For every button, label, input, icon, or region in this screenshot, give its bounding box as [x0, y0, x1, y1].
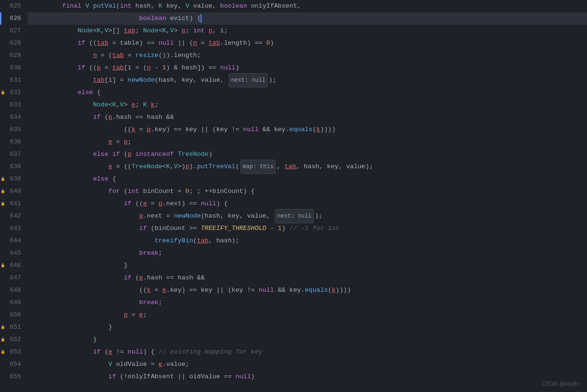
- var-k5: k: [332, 284, 336, 296]
- semi4: ;: [154, 99, 158, 111]
- kw-if6: if: [139, 222, 147, 235]
- lock-icon-641: 🔒: [0, 198, 5, 210]
- code-line-634[interactable]: if ( p .hash == hash &&: [28, 111, 587, 124]
- code-line-641[interactable]: if (( e = p .next) == null ) {: [28, 198, 587, 210]
- var-e2: e: [108, 136, 112, 148]
- sp: [89, 0, 93, 12]
- sp: [166, 12, 170, 25]
- code-line-649[interactable]: break ;: [28, 296, 587, 309]
- gutter: 625 626 627 628 629: [0, 0, 28, 392]
- code-line-655[interactable]: if (!onlyIfAbsent || oldValue == null ): [28, 371, 587, 383]
- code-line-652[interactable]: }: [28, 334, 587, 346]
- line-row: 645: [0, 247, 24, 259]
- code-line-646[interactable]: }: [28, 259, 587, 272]
- code-line-631[interactable]: tab [i] = newNode (hash, key, value, nex…: [28, 74, 587, 86]
- line-row: 🔒 653: [0, 346, 24, 358]
- line-row: 636: [0, 136, 24, 148]
- code-line-642[interactable]: p .next = newNode (hash, key, value, nex…: [28, 210, 587, 222]
- amp2: && key.: [259, 124, 289, 136]
- code-line-645[interactable]: break ;: [28, 247, 587, 259]
- type-K6: K: [166, 161, 170, 173]
- code-line-630[interactable]: if (( p = tab [i = ( n - 1 ) & hash]) ==…: [28, 62, 587, 74]
- dot-hash2: .hash == hash &&: [143, 272, 205, 284]
- cursor: [201, 14, 202, 23]
- line-row: 647: [0, 272, 24, 284]
- fn-newNode: newNode: [128, 74, 155, 86]
- paren-open4: ((: [132, 198, 143, 210]
- eq1: = table) ==: [108, 37, 158, 49]
- breakpoint-area-640[interactable]: 🔒: [0, 185, 6, 198]
- code-line-640[interactable]: for ( int binCount = 0 ; ; ++binCount) {: [28, 185, 587, 198]
- code-line-643[interactable]: if (binCount >= TREEIFY_THRESHOLD - 1 ) …: [28, 222, 587, 235]
- line-number-628: 628: [6, 37, 24, 49]
- code-line-654[interactable]: V oldValue = e .value;: [28, 358, 587, 371]
- line-number-633: 633: [6, 99, 24, 111]
- code-line-627[interactable]: Node < K , V >[] tab ; Node < K , V > p …: [28, 25, 587, 37]
- code-line-651[interactable]: }: [28, 321, 587, 334]
- line-row: 630: [0, 62, 24, 74]
- code-line-648[interactable]: (( k = e .key) == key || (key != null &&…: [28, 284, 587, 296]
- code-line-626[interactable]: boolean evict) {: [28, 12, 587, 25]
- num-1-2: 1: [278, 222, 282, 235]
- code-line-650[interactable]: p = e ;: [28, 309, 587, 321]
- breakpoint-area-653[interactable]: 🔒: [0, 346, 6, 358]
- code-line-629[interactable]: n = ( tab = resize ()).length;: [28, 49, 587, 62]
- eq6: =: [135, 124, 147, 136]
- code-line-639[interactable]: else {: [28, 173, 587, 185]
- code-line-628[interactable]: if (( tab = table) == null || ( n = tab …: [28, 37, 587, 49]
- kw-boolean: boolean: [220, 0, 247, 12]
- var-p7: p: [185, 161, 189, 173]
- var-n3: n: [93, 49, 97, 62]
- indent: [31, 0, 62, 12]
- paren-open7: ((: [139, 284, 147, 296]
- kw-null2: null: [220, 62, 235, 74]
- breakpoint-area-652[interactable]: 🔒: [0, 334, 6, 346]
- sp2: (: [120, 148, 127, 161]
- code-content[interactable]: final V putVal ( int hash, K key, V valu…: [28, 0, 587, 392]
- var-k: k: [151, 99, 154, 111]
- line-row: 🔒 640: [0, 185, 24, 198]
- semi6: ; ; ++binCount) {: [189, 185, 255, 198]
- sp: binCount =: [139, 185, 185, 198]
- code-line-633[interactable]: Node < K , V > e ; K k ;: [28, 99, 587, 111]
- sp4: [174, 148, 178, 161]
- lock-icon-640: 🔒: [0, 185, 5, 198]
- type-K3: K: [163, 25, 166, 37]
- code-line-636[interactable]: e = p ;: [28, 136, 587, 148]
- fn-putVal: putVal: [93, 0, 116, 12]
- breakpoint-area-641[interactable]: 🔒: [0, 198, 6, 210]
- generics2: <: [158, 25, 162, 37]
- code-line-647[interactable]: if ( e .hash == hash &&: [28, 272, 587, 284]
- eq3: = (: [97, 49, 112, 62]
- line-row: 654: [0, 358, 24, 371]
- var-p2: p: [97, 62, 101, 74]
- breakpoint-area-651[interactable]: 🔒: [0, 321, 6, 334]
- breakpoint-area-632[interactable]: 🔒: [0, 86, 6, 99]
- code-line-625[interactable]: final V putVal ( int hash, K key, V valu…: [28, 0, 587, 12]
- type-TreeNode: TreeNode: [178, 148, 209, 161]
- line-number-649: 649: [6, 296, 24, 309]
- code-line-635[interactable]: (( k = p .key) == key || (key != null &&…: [28, 124, 587, 136]
- brace-close3: }: [93, 334, 97, 346]
- code-line-638[interactable]: e = (( TreeNode < K , V >) p ). putTreeV…: [28, 161, 587, 173]
- var-e9: e: [158, 358, 162, 371]
- code-line-632[interactable]: else {: [28, 86, 587, 99]
- kw-break2: break: [139, 296, 159, 309]
- kw-break: break: [139, 247, 159, 259]
- eq8: = ((: [112, 161, 132, 173]
- breakpoint-area-646[interactable]: 🔒: [0, 259, 6, 272]
- breakpoint-area-639[interactable]: 🔒: [0, 173, 6, 185]
- eq2: =: [197, 37, 208, 49]
- line-row: 625: [0, 0, 24, 12]
- lock-icon-639: 🔒: [0, 173, 5, 185]
- line-number-647: 647: [6, 272, 24, 284]
- kw-int: int: [120, 0, 131, 12]
- line-row: 643: [0, 222, 24, 235]
- line-number-635: 635: [6, 124, 24, 136]
- comma8: , hash);: [209, 235, 240, 247]
- code-line-637[interactable]: else if ( p instanceof TreeNode ): [28, 148, 587, 161]
- line-row: 635: [0, 124, 24, 136]
- brace4: ) {: [143, 346, 158, 358]
- code-line-653[interactable]: if ( e != null ) { // existing mapping f…: [28, 346, 587, 358]
- code-line-644[interactable]: treeifyBin ( tab , hash);: [28, 235, 587, 247]
